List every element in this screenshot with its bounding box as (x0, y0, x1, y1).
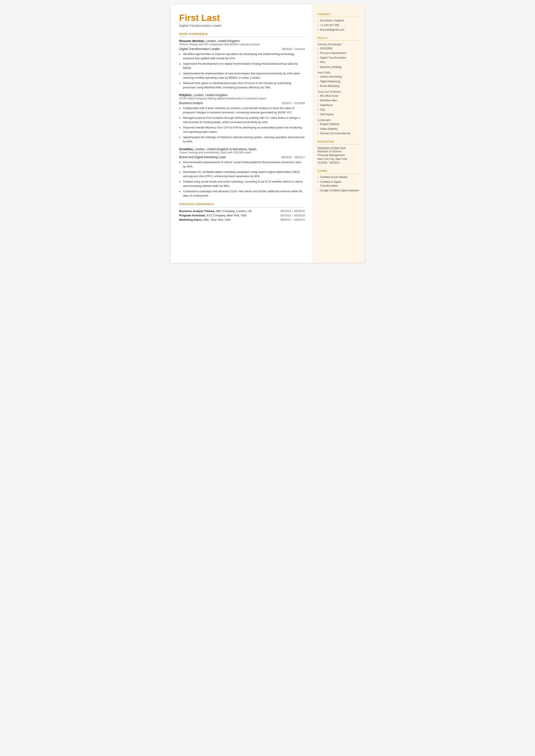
bullet-3-2: Developed 10+ profitable digital marketi… (179, 170, 305, 178)
tools-skill-1: MS office Suite (318, 94, 360, 98)
previous-experience-title: PREVIOUS EXPERIENCE (179, 203, 305, 207)
hard-skill-2: Digital Marketing (318, 80, 360, 84)
bullet-3-4: Conducted a campaign that attracted 1210… (179, 189, 305, 198)
other-section-title: OTHER (318, 170, 360, 174)
company-name-3: Growthsi, London, United Kingdom & Barce… (179, 147, 305, 151)
company-tagline-1: Fintech startup with 50+ employees and $… (179, 43, 305, 46)
bullet-1-3: Spearheaded the implementation of new te… (179, 71, 305, 80)
education-block: University of New York Bachelor of Scien… (318, 146, 360, 165)
edu-school: University of New York (318, 146, 360, 149)
prev-exp-title-2: Program Assistant, XYZ Company, New York… (179, 214, 247, 217)
bullet-2-3: Improved overall efficiency from 17% to … (179, 126, 305, 134)
prev-exp-dates-2: 06/2013 – 05/2014 (281, 214, 305, 217)
prev-exp-title-3: Marketing Intern, ABC, New York, USA (179, 218, 231, 221)
prev-exp-title-1: Business Analyst Trainee, ABC Company, L… (179, 210, 252, 213)
job-block-2: Polyhire, London, United Kingdom NYSE-li… (179, 93, 305, 144)
job-header-1: Digital Transformation Leader 08/2018 – … (179, 47, 305, 51)
job-dates-3: 06/2015 – 09/2017 (281, 155, 305, 159)
company-tagline-2: NYSE-listed company offering digital tra… (179, 97, 305, 100)
job-title-1: Digital Transformation Leader (179, 47, 220, 51)
industry-skill-4: PPC (318, 61, 360, 65)
company-location-3: London, United Kingdom & Barcelona, Spai… (193, 147, 256, 151)
tools-skill-4: SQL (318, 108, 360, 112)
industry-skill-3: Digital Transformation (318, 56, 360, 60)
job-block-1: Resume Worded, London, United Kingdom Fi… (179, 39, 305, 90)
contact-list: Doncaster, England +1-234-567-890 first.… (318, 19, 360, 32)
industry-label: Industry Knowledge: (318, 43, 360, 46)
bullet-3-3: Initiated using social media and email m… (179, 180, 305, 188)
tools-skill-5: SAP Hybris (318, 113, 360, 117)
hard-skill-list: Online Advertising Digital Marketing Ema… (318, 75, 360, 88)
left-column: First Last Digital Transformation Leader… (171, 4, 313, 263)
prev-exp-dates-3: 09/2012 – 05/2013 (281, 218, 305, 221)
contact-section-title: CONTACT (318, 13, 360, 17)
bullet-1-2: Supervised the development of a digital … (179, 62, 305, 70)
company-tagline-3: Career training and membership SaaS with… (179, 151, 305, 154)
company-name-1: Resume Worded, London, United Kingdom (179, 39, 305, 43)
industry-skill-5: Business Strategy (318, 65, 360, 69)
bullet-3-1: Recommended improvements to clients' soc… (179, 160, 305, 169)
bullet-2-2: Managed projects from inception through … (179, 116, 305, 124)
job-title-2: Business Analyst (179, 101, 203, 105)
bullet-list-1: Identified opportunities to improve oper… (179, 52, 305, 90)
contact-item-3: first.last@gmail.com (318, 28, 360, 32)
skills-section-title: SKILLS (318, 37, 360, 41)
job-dates-1: 08/2018 – Present (282, 47, 305, 51)
company-bold-2: Polyhire, (179, 93, 192, 97)
resume-container: First Last Digital Transformation Leader… (171, 4, 365, 263)
job-title-3: Brand and Digital Marketing Lead (179, 155, 226, 159)
full-name: First Last (179, 13, 305, 23)
other-list: Certified Scrum Master Certified in Digi… (318, 176, 360, 193)
bullet-2-4: Spearheaded the redesign of Polyhire's i… (179, 135, 305, 144)
name-block: First Last Digital Transformation Leader (179, 13, 305, 27)
tools-label: Tools and Software: (318, 90, 360, 93)
prev-exp-dates-1: 06/2014 – 05/2015 (281, 210, 305, 213)
languages-skill-list: English (Native) Italian (Native) German… (318, 123, 360, 136)
other-item-3: Google Certified Digital Marketer (318, 189, 360, 193)
bullet-list-2: Collaborated with 6 team members to cond… (179, 106, 305, 144)
job-header-3: Brand and Digital Marketing Lead 06/2015… (179, 155, 305, 159)
prev-exp-row-2: Program Assistant, XYZ Company, New York… (179, 214, 305, 217)
hard-skills-label: Hard Skills: (318, 71, 360, 74)
industry-skill-1: SEO/SEM (318, 47, 360, 51)
prev-exp-row-1: Business Analyst Trainee, ABC Company, L… (179, 210, 305, 213)
bullet-1-1: Identified opportunities to improve oper… (179, 52, 305, 60)
company-location-1: London, United Kingdom (205, 39, 240, 43)
language-2: Italian (Native) (318, 127, 360, 131)
hard-skill-3: Email Marketing (318, 84, 360, 88)
company-bold-1: Resume Worded, (179, 39, 205, 43)
tools-skill-2: Workflow Max (318, 99, 360, 102)
contact-item-1: Doncaster, England (318, 19, 360, 23)
job-subtitle: Digital Transformation Leader (179, 24, 305, 27)
company-name-2: Polyhire, London, United Kingdom (179, 93, 305, 97)
education-section-title: EDUCATION (318, 140, 360, 144)
right-column: CONTACT Doncaster, England +1-234-567-89… (313, 4, 365, 263)
industry-skill-2: Process Improvement (318, 51, 360, 55)
hard-skill-1: Online Advertising (318, 75, 360, 79)
company-location-2: London, United Kingdom (192, 93, 228, 97)
edu-degree: Bachelor of Science Financial Management… (318, 150, 360, 165)
prev-exp-row-3: Marketing Intern, ABC, New York, USA 09/… (179, 218, 305, 221)
company-bold-3: Growthsi, (179, 147, 194, 151)
job-block-3: Growthsi, London, United Kingdom & Barce… (179, 147, 305, 198)
languages-label: Languages: (318, 119, 360, 122)
other-item-1: Certified Scrum Master (318, 176, 360, 179)
tools-skill-3: Salesforce (318, 103, 360, 107)
bullet-2-1: Collaborated with 6 team members to cond… (179, 106, 305, 114)
job-header-2: Business Analyst 10/2017 – 07/2018 (179, 101, 305, 105)
work-experience-title: WORK EXPERIENCE (179, 33, 305, 37)
tools-skill-list: MS office Suite Workflow Max Salesforce … (318, 94, 360, 117)
other-item-2: Certified in Digital Transformation (318, 180, 360, 188)
bullet-1-4: Reduced time spent on administrative tas… (179, 81, 305, 90)
contact-item-2: +1-234-567-890 (318, 23, 360, 27)
language-1: English (Native) (318, 123, 360, 126)
job-dates-2: 10/2017 – 07/2018 (281, 101, 305, 105)
industry-skill-list: SEO/SEM Process Improvement Digital Tran… (318, 47, 360, 69)
bullet-list-3: Recommended improvements to clients' soc… (179, 160, 305, 198)
language-3: German (Conversational) (318, 132, 360, 136)
